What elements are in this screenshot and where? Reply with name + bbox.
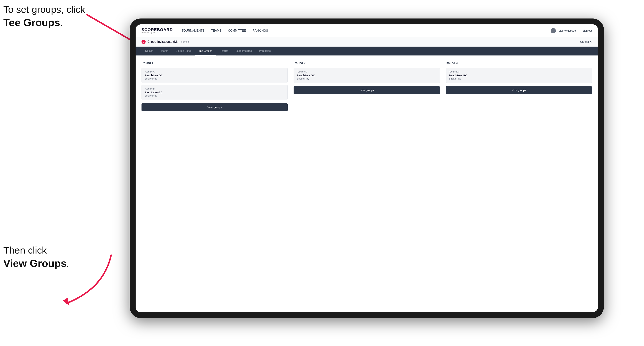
tab-details[interactable]: Details bbox=[142, 47, 157, 55]
logo: SCOREBOARD Powered by clippit bbox=[142, 28, 173, 34]
content-area: Round 1 (Course A) Peachtree GC Stroke P… bbox=[136, 55, 598, 312]
round-1-view-groups-button[interactable]: View groups bbox=[142, 103, 288, 111]
round-2-section: Round 2 (Course A) Peachtree GC Stroke P… bbox=[294, 61, 440, 111]
annotation-top-line1: To set groups, click bbox=[3, 4, 85, 15]
annotation-bottom-line1: Then click bbox=[3, 245, 47, 256]
nav-teams[interactable]: TEAMS bbox=[211, 29, 221, 32]
tablet-screen: SCOREBOARD Powered by clippit TOURNAMENT… bbox=[136, 24, 598, 312]
round-1-title: Round 1 bbox=[142, 61, 288, 65]
annotation-top-bold: Tee Groups bbox=[3, 17, 60, 28]
round-2-course-a-name: Peachtree GC bbox=[297, 74, 436, 77]
round-3-view-groups-button[interactable]: View groups bbox=[446, 86, 592, 94]
round-3-course-a-card: (Course A) Peachtree GC Stroke Play bbox=[446, 68, 592, 83]
round-1-section: Round 1 (Course A) Peachtree GC Stroke P… bbox=[142, 61, 288, 111]
nav-links: TOURNAMENTS TEAMS COMMITTEE RANKINGS bbox=[182, 29, 268, 32]
logo-sub: Powered by clippit bbox=[142, 32, 173, 34]
round-1-course-b-card: (Course B) East Lake GC Stroke Play bbox=[142, 85, 288, 100]
round-2-title: Round 2 bbox=[294, 61, 440, 65]
round-1-course-a-label: (Course A) bbox=[145, 70, 284, 73]
nav-bar: SCOREBOARD Powered by clippit TOURNAMENT… bbox=[136, 24, 598, 37]
round-1-course-a-name: Peachtree GC bbox=[145, 74, 284, 77]
nav-rankings[interactable]: RANKINGS bbox=[252, 29, 268, 32]
rounds-grid: Round 1 (Course A) Peachtree GC Stroke P… bbox=[142, 61, 592, 111]
sub-header: C Clippd Invitational (M... Hosting Canc… bbox=[136, 37, 598, 47]
round-2-course-a-card: (Course A) Peachtree GC Stroke Play bbox=[294, 68, 440, 83]
round-3-section: Round 3 (Course A) Peachtree GC Stroke P… bbox=[446, 61, 592, 111]
round-1-course-b-label: (Course B) bbox=[145, 87, 284, 90]
annotation-top: To set groups, click Tee Groups. bbox=[3, 3, 85, 29]
nav-tournaments[interactable]: TOURNAMENTS bbox=[182, 29, 204, 32]
round-3-course-a-format: Stroke Play bbox=[449, 77, 589, 80]
round-1-course-b-name: East Lake GC bbox=[145, 91, 284, 94]
nav-right: blair@clippd.io | Sign out bbox=[551, 28, 592, 33]
tab-tee-groups[interactable]: Tee Groups bbox=[195, 47, 216, 55]
round-1-course-b-format: Stroke Play bbox=[145, 94, 284, 97]
round-1-course-a-card: (Course A) Peachtree GC Stroke Play bbox=[142, 68, 288, 83]
user-email: blair@clippd.io bbox=[559, 29, 576, 32]
logo-text: SCOREBOARD bbox=[142, 28, 173, 32]
round-3-course-a-label: (Course A) bbox=[449, 70, 589, 73]
sign-out-link[interactable]: Sign out bbox=[582, 29, 592, 32]
annotation-top-punct: . bbox=[60, 17, 63, 28]
round-1-course-a-format: Stroke Play bbox=[145, 77, 284, 80]
nav-left: SCOREBOARD Powered by clippit TOURNAMENT… bbox=[142, 28, 268, 34]
nav-committee[interactable]: COMMITTEE bbox=[228, 29, 246, 32]
round-2-course-a-label: (Course A) bbox=[297, 70, 436, 73]
round-2-course-a-format: Stroke Play bbox=[297, 77, 436, 80]
tournament-title: Clippd Invitational (M... bbox=[148, 40, 180, 44]
round-3-title: Round 3 bbox=[446, 61, 592, 65]
tournament-name: C Clippd Invitational (M... Hosting bbox=[142, 40, 190, 44]
avatar bbox=[551, 28, 556, 33]
tab-leaderboards[interactable]: Leaderboards bbox=[232, 47, 256, 55]
tab-printables[interactable]: Printables bbox=[256, 47, 274, 55]
round-3-course-a-name: Peachtree GC bbox=[449, 74, 589, 77]
arrow-bottom-icon bbox=[41, 251, 118, 311]
tab-bar: Details Teams Course Setup Tee Groups Re… bbox=[136, 47, 598, 55]
round-2-view-groups-button[interactable]: View groups bbox=[294, 86, 440, 94]
hosting-badge: Hosting bbox=[181, 40, 190, 43]
svg-marker-2 bbox=[63, 298, 70, 306]
tab-course-setup[interactable]: Course Setup bbox=[172, 47, 195, 55]
cancel-button[interactable]: Cancel ✕ bbox=[580, 40, 592, 43]
tab-teams[interactable]: Teams bbox=[157, 47, 172, 55]
tab-results[interactable]: Results bbox=[216, 47, 232, 55]
tournament-c-logo: C bbox=[142, 40, 146, 44]
tablet-device: SCOREBOARD Powered by clippit TOURNAMENT… bbox=[130, 18, 604, 318]
